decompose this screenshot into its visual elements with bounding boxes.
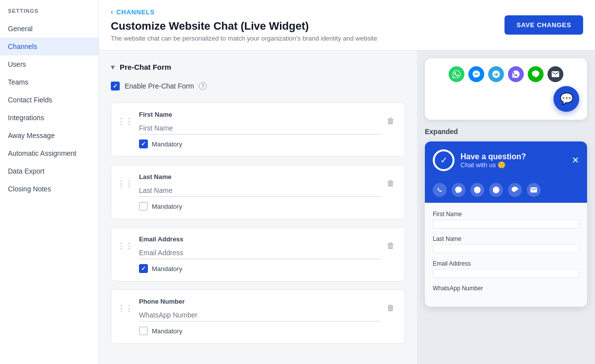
widget-collapsed-preview: 💬 — [425, 58, 587, 120]
drag-handle-phone[interactable]: ⋮⋮ — [115, 304, 135, 313]
messenger-icon — [468, 66, 484, 82]
mandatory-checkbox-lastname[interactable] — [139, 202, 148, 211]
sidebar-item-general[interactable]: General — [0, 20, 98, 38]
delete-btn-phone[interactable]: 🗑 — [385, 302, 397, 315]
preview-panel: 💬 Expanded ✓ Have a question? Chat with … — [417, 50, 595, 364]
mandatory-row-lastname: Mandatory — [139, 202, 381, 211]
widget-form: First Name Last Name Email Address Whats… — [425, 203, 587, 307]
help-icon[interactable]: ? — [199, 82, 207, 90]
header: ‹ CHANNELS Customize Website Chat (Live … — [99, 0, 595, 50]
whatsapp-icon — [449, 66, 464, 82]
chat-bubble-icon: 💬 — [560, 92, 573, 105]
mandatory-row-phone: Mandatory — [139, 326, 381, 335]
sidebar-item-integrations[interactable]: Integrations — [0, 109, 98, 127]
delete-btn-firstname[interactable]: 🗑 — [385, 115, 397, 128]
enable-row: Enable Pre-Chat Form ? — [111, 82, 405, 91]
section-title: Pre-Chat Form — [120, 63, 171, 71]
sidebar-item-closing-notes[interactable]: Closing Notes — [0, 180, 98, 198]
field-input-firstname[interactable] — [139, 122, 381, 135]
widget-form-input-lastname[interactable] — [433, 244, 579, 253]
channel-icons-row — [433, 66, 579, 82]
widget-form-label-email: Email Address — [433, 260, 579, 267]
avatar-checkmark: ✓ — [435, 151, 453, 169]
field-input-lastname[interactable] — [139, 184, 381, 197]
save-button[interactable]: SAVE CHANGES — [504, 15, 583, 35]
widget-header-text: Have a question? Chat with us 🙂 — [460, 152, 566, 169]
field-label-phone: Phone Number — [139, 298, 381, 305]
telegram-icon — [488, 66, 504, 82]
widget-whatsapp-icon[interactable] — [433, 183, 447, 197]
mandatory-checkbox-phone[interactable] — [139, 326, 148, 335]
main-content: ‹ CHANNELS Customize Website Chat (Live … — [99, 0, 595, 364]
back-icon: ‹ — [111, 8, 113, 16]
sidebar: SETTINGS General Channels Users Teams Co… — [0, 0, 99, 364]
widget-form-label-lastname: Last Name — [433, 235, 579, 242]
mandatory-label-email: Mandatory — [152, 265, 182, 273]
sidebar-item-teams[interactable]: Teams — [0, 73, 98, 91]
widget-avatar: ✓ — [433, 149, 455, 171]
widget-form-input-firstname[interactable] — [433, 220, 579, 228]
widget-form-field-phone: WhatsApp Number — [433, 285, 579, 292]
field-label-firstname: First Name — [139, 111, 381, 118]
sidebar-item-away-message[interactable]: Away Message — [0, 127, 98, 144]
field-content-email: Email Address Mandatory — [139, 235, 381, 273]
widget-title: Have a question? — [460, 152, 566, 161]
field-card-email: ⋮⋮ Email Address Mandatory 🗑 — [111, 227, 405, 281]
widget-expanded-preview: ✓ Have a question? Chat with us 🙂 ✕ — [425, 141, 587, 307]
widget-header: ✓ Have a question? Chat with us 🙂 ✕ — [425, 141, 587, 179]
mandatory-label-phone: Mandatory — [152, 327, 182, 335]
sidebar-item-channels[interactable]: Channels — [0, 38, 98, 55]
mandatory-row-email: Mandatory — [139, 264, 381, 273]
field-content-lastname: Last Name Mandatory — [139, 173, 381, 211]
email-icon-collapsed — [548, 66, 563, 82]
content-area: ▾ Pre-Chat Form Enable Pre-Chat Form ? ⋮… — [99, 50, 595, 364]
sidebar-title: SETTINGS — [0, 8, 98, 20]
section-header[interactable]: ▾ Pre-Chat Form — [111, 62, 405, 72]
widget-form-input-email[interactable] — [433, 269, 579, 278]
breadcrumb-label: CHANNELS — [116, 8, 154, 16]
sidebar-item-automatic-assignment[interactable]: Automatic Assignment — [0, 144, 98, 162]
field-card-firstname: ⋮⋮ First Name Mandatory 🗑 — [111, 102, 405, 157]
collapse-icon: ▾ — [111, 62, 115, 72]
breadcrumb[interactable]: ‹ CHANNELS — [111, 8, 377, 16]
mandatory-label-lastname: Mandatory — [152, 203, 182, 210]
widget-telegram-icon[interactable] — [470, 183, 484, 197]
field-input-email[interactable] — [139, 247, 381, 259]
enable-label: Enable Pre-Chat Form — [125, 82, 194, 90]
widget-channel-list — [425, 179, 587, 203]
drag-handle-firstname[interactable]: ⋮⋮ — [115, 117, 135, 126]
drag-handle-email[interactable]: ⋮⋮ — [115, 241, 135, 251]
widget-close-icon[interactable]: ✕ — [572, 155, 579, 166]
mandatory-checkbox-firstname[interactable] — [139, 139, 148, 148]
mandatory-checkbox-email[interactable] — [139, 264, 148, 273]
widget-form-field-lastname: Last Name — [433, 235, 579, 253]
field-content-firstname: First Name Mandatory — [139, 111, 381, 148]
field-label-email: Email Address — [139, 235, 381, 243]
widget-line-icon[interactable] — [508, 183, 522, 197]
expanded-label: Expanded — [425, 128, 587, 136]
chat-bubble-button[interactable]: 💬 — [553, 86, 579, 112]
mandatory-row-firstname: Mandatory — [139, 139, 381, 148]
header-left: ‹ CHANNELS Customize Website Chat (Live … — [111, 8, 377, 42]
widget-form-label-firstname: First Name — [433, 211, 579, 218]
widget-form-field-firstname: First Name — [433, 211, 579, 228]
sidebar-item-data-export[interactable]: Data Export — [0, 162, 98, 180]
widget-email-icon[interactable] — [527, 183, 541, 197]
page-title: Customize Website Chat (Live Widget) — [111, 20, 377, 33]
widget-form-label-phone: WhatsApp Number — [433, 285, 579, 292]
enable-prechat-checkbox[interactable] — [111, 82, 120, 91]
delete-btn-email[interactable]: 🗑 — [385, 239, 397, 252]
widget-viber-icon[interactable] — [489, 183, 503, 197]
delete-btn-lastname[interactable]: 🗑 — [385, 177, 397, 190]
widget-form-field-email: Email Address — [433, 260, 579, 278]
page-subtitle: The website chat can be personalized to … — [111, 35, 377, 42]
sidebar-item-contact-fields[interactable]: Contact Fields — [0, 91, 98, 109]
drag-handle-lastname[interactable]: ⋮⋮ — [115, 179, 135, 188]
form-panel: ▾ Pre-Chat Form Enable Pre-Chat Form ? ⋮… — [99, 50, 417, 364]
widget-subtitle: Chat with us 🙂 — [460, 161, 566, 169]
viber-icon — [508, 66, 524, 82]
field-input-phone[interactable] — [139, 309, 381, 321]
sidebar-item-users[interactable]: Users — [0, 55, 98, 73]
mandatory-label-firstname: Mandatory — [152, 140, 182, 148]
widget-messenger-icon[interactable] — [452, 183, 465, 197]
